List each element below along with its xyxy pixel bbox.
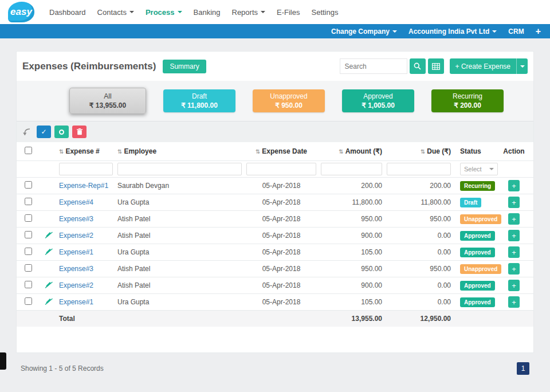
filter-expense-input[interactable] xyxy=(59,163,113,175)
nav-item-dashboard[interactable]: Dashboard xyxy=(44,5,92,20)
row-action-button[interactable]: + xyxy=(508,230,520,241)
expense-link[interactable]: Expense#2 xyxy=(59,232,93,240)
amount-cell: 105.00 xyxy=(319,298,384,306)
summary-card-amount: ₹ 950.00 xyxy=(275,101,302,109)
summary-card-unapproved[interactable]: Unapproved₹ 950.00 xyxy=(253,89,325,112)
filter-amount-input[interactable] xyxy=(321,163,382,175)
row-checkbox[interactable] xyxy=(25,264,32,272)
edit-disabled-icon xyxy=(44,297,53,305)
sort-icon: ⇅ xyxy=(421,148,425,155)
create-expense-button[interactable]: + Create Expense xyxy=(450,58,516,74)
table-header-row: ⇅Expense # ⇅Employee ⇅Expense Date ⇅Amou… xyxy=(17,142,533,160)
expense-link[interactable]: Expense#1 xyxy=(59,298,93,306)
expense-link[interactable]: Expense#2 xyxy=(59,281,93,289)
expense-link[interactable]: Expense#3 xyxy=(59,215,93,223)
nav-item-settings[interactable]: Settings xyxy=(305,5,344,20)
plus-icon: + xyxy=(512,265,516,273)
table-row: Expense#3 Atish Patel 05-Apr-2018 950.00… xyxy=(17,260,533,277)
table-row: Expense-Rep#1 Saurabh Devgan 05-Apr-2018… xyxy=(17,177,533,194)
search-button[interactable] xyxy=(410,58,426,74)
expense-date-cell: 05-Apr-2018 xyxy=(244,198,319,206)
expense-link[interactable]: Expense#3 xyxy=(59,265,93,273)
row-checkbox[interactable] xyxy=(25,281,32,288)
summary-button[interactable]: Summary xyxy=(163,60,206,73)
nav-item-e-files[interactable]: E-Files xyxy=(271,5,305,20)
grid-view-button[interactable] xyxy=(428,58,444,74)
summary-card-recurring[interactable]: Recurring₹ 200.00 xyxy=(431,89,504,112)
plus-icon: + xyxy=(512,215,516,224)
row-checkbox[interactable] xyxy=(25,248,32,255)
nav-item-label: E-Files xyxy=(277,8,300,17)
chevron-down-icon xyxy=(261,11,265,13)
col-header-expense-date[interactable]: ⇅Expense Date xyxy=(244,147,319,155)
chevron-down-icon xyxy=(489,168,494,170)
row-checkbox[interactable] xyxy=(25,198,32,205)
nav-item-banking[interactable]: Banking xyxy=(188,5,226,20)
amount-cell: 950.00 xyxy=(319,215,384,223)
table-row: Expense#2 Atish Patel 05-Apr-2018 900.00… xyxy=(17,227,533,244)
search-input[interactable] xyxy=(340,58,407,74)
row-action-button[interactable]: + xyxy=(508,246,520,258)
expense-date-cell: 05-Apr-2018 xyxy=(244,232,319,240)
current-company-menu[interactable]: Accounting India Pvt Ltd xyxy=(408,28,497,36)
employee-cell: Ura Gupta xyxy=(115,198,244,206)
nav-item-contacts[interactable]: Contacts xyxy=(92,5,140,20)
summary-card-label: All xyxy=(104,92,111,100)
filter-employee-input[interactable] xyxy=(117,163,242,175)
crm-link[interactable]: CRM xyxy=(508,28,524,36)
col-header-expense[interactable]: ⇅Expense # xyxy=(57,147,115,155)
add-company-button[interactable]: + xyxy=(536,26,541,37)
row-action-button[interactable]: + xyxy=(508,296,520,308)
nav-item-process[interactable]: Process xyxy=(140,5,188,20)
approve-selected-button[interactable]: ✓ xyxy=(37,126,51,138)
expense-link[interactable]: Expense#1 xyxy=(59,248,93,256)
sort-icon: ⇅ xyxy=(59,148,64,155)
plus-icon: + xyxy=(512,281,516,290)
due-cell: 200.00 xyxy=(384,182,453,190)
expenses-table: ⇅Expense # ⇅Employee ⇅Expense Date ⇅Amou… xyxy=(17,142,533,327)
row-checkbox[interactable] xyxy=(25,297,32,305)
delete-selected-button[interactable] xyxy=(72,126,87,138)
summary-card-approved[interactable]: Approved₹ 1,005.00 xyxy=(342,89,414,112)
change-company-menu[interactable]: Change Company xyxy=(331,28,397,36)
expense-link[interactable]: Expense#4 xyxy=(59,198,93,206)
row-action-button[interactable]: + xyxy=(508,263,520,275)
row-action-button[interactable]: + xyxy=(508,180,520,191)
curved-arrow-icon[interactable] xyxy=(22,128,32,136)
expense-date-cell: 05-Apr-2018 xyxy=(244,182,319,190)
amount-cell: 950.00 xyxy=(319,265,384,273)
header-actions: + Create Expense xyxy=(340,58,528,74)
total-amount: 13,955.00 xyxy=(319,315,384,323)
pagination-page-1-button[interactable]: 1 xyxy=(517,362,529,375)
row-checkbox[interactable] xyxy=(25,181,32,189)
table-row: Expense#3 Atish Patel 05-Apr-2018 950.00… xyxy=(17,210,533,227)
summary-card-all[interactable]: All₹ 13,955.00 xyxy=(69,88,146,114)
row-action-button[interactable]: + xyxy=(508,213,520,225)
filter-date-input[interactable] xyxy=(246,163,316,175)
mark-status-button[interactable] xyxy=(54,126,69,138)
sort-icon: ⇅ xyxy=(339,148,343,155)
side-panel-tab[interactable] xyxy=(0,352,6,370)
table-row: Expense#4 Ura Gupta 05-Apr-2018 11,800.0… xyxy=(17,194,533,210)
status-badge: Draft xyxy=(460,198,481,207)
row-checkbox[interactable] xyxy=(25,214,32,222)
amount-cell: 11,800.00 xyxy=(319,198,384,206)
summary-card-amount: ₹ 200.00 xyxy=(454,101,481,109)
col-header-amount[interactable]: ⇅Amount (₹) xyxy=(319,147,384,155)
row-checkbox[interactable] xyxy=(25,231,32,238)
filter-due-input[interactable] xyxy=(387,163,451,175)
filter-status-select[interactable]: Select xyxy=(460,163,498,175)
chevron-down-icon xyxy=(520,65,525,68)
expense-link[interactable]: Expense-Rep#1 xyxy=(59,182,108,190)
row-action-button[interactable]: + xyxy=(508,280,520,291)
select-all-checkbox[interactable] xyxy=(25,147,32,154)
expense-date-cell: 05-Apr-2018 xyxy=(244,248,319,256)
row-action-button[interactable]: + xyxy=(508,197,520,208)
trash-icon xyxy=(77,128,82,135)
summary-card-draft[interactable]: Draft₹ 11,800.00 xyxy=(163,89,235,112)
col-header-due[interactable]: ⇅Due (₹) xyxy=(384,147,453,155)
create-expense-dropdown-button[interactable] xyxy=(516,58,528,74)
app-logo[interactable]: easy xyxy=(8,2,34,22)
nav-item-reports[interactable]: Reports xyxy=(226,5,272,20)
col-header-employee[interactable]: ⇅Employee xyxy=(115,147,244,155)
